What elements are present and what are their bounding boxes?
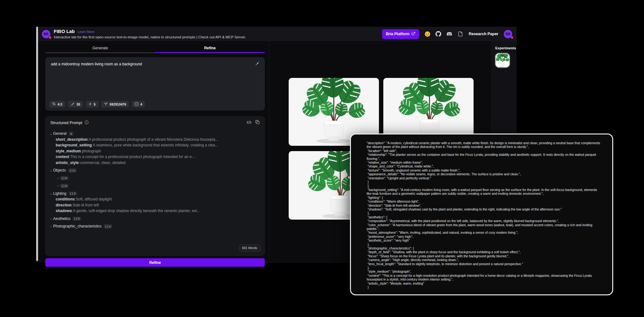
- tree-field-short_description[interactable]: short_description : A professional produ…: [56, 137, 260, 143]
- tree-section-general[interactable]: ⌄General5: [49, 131, 260, 137]
- tree-field-value: commercial, clean, detailed: [80, 161, 125, 165]
- window-scrollbar[interactable]: [36, 27, 38, 261]
- seed-icon: [104, 102, 108, 107]
- grid-icon: [135, 102, 138, 107]
- crop-icon: [52, 102, 56, 106]
- document-icon[interactable]: [458, 31, 463, 37]
- tree-field-artistic_style[interactable]: artistic_style : commercial, clean, deta…: [56, 160, 260, 166]
- tree-field-key: short_description: [56, 137, 87, 142]
- info-icon[interactable]: [85, 120, 89, 126]
- steps-icon: [71, 102, 75, 106]
- param-chip-label: 4:3: [58, 102, 62, 106]
- chevron-right-icon: ›: [56, 176, 60, 180]
- tree-section-label: General: [53, 131, 67, 136]
- tree-section-photographic_characteristics[interactable]: ›Photographic_characteristics{ } 4: [49, 223, 260, 229]
- refine-prompt-input[interactable]: add a midcentruy modern living room as a…: [51, 62, 251, 66]
- tree-field-value: A professional product photograph of a v…: [89, 137, 219, 142]
- tree-section-aesthetics[interactable]: ›Aesthetics{ } 5: [49, 216, 260, 222]
- tree-field-value: Soft, diffused daylight: [76, 197, 112, 201]
- research-paper-link[interactable]: Research Paper: [469, 32, 498, 36]
- experiments-title: Experiments: [495, 46, 517, 50]
- prompt-param-chips: 4:33056929104764: [49, 101, 145, 107]
- bria-logo-right[interactable]: BR: [504, 30, 512, 38]
- refine-button[interactable]: Refine: [45, 258, 265, 267]
- tree-field-value: A gentle, soft-edged drop shadow directl…: [73, 209, 200, 213]
- tree-field-value: This is a concept for a professional pro…: [70, 155, 196, 159]
- structured-prompt-card: Structured Prompt ⌄General5short_descrip…: [45, 116, 265, 256]
- tree-field-key: direction: [56, 203, 72, 207]
- tree-section-lighting[interactable]: ⌄Lighting{ } 3: [49, 191, 260, 197]
- tree-field-conditions[interactable]: conditions : Soft, diffused daylight: [56, 196, 260, 202]
- tree-field-shadows[interactable]: shadows : A gentle, soft-edged drop shad…: [56, 208, 260, 214]
- app-header: BR FIBO Lab Learn More Interactive lab f…: [38, 27, 517, 41]
- param-chip-label: 30: [76, 102, 80, 106]
- tree-count-badge: { } 5: [73, 217, 81, 221]
- word-count-badge: 691 Words: [239, 244, 260, 252]
- structured-prompt-title: Structured Prompt: [50, 121, 82, 125]
- copy-icon[interactable]: [255, 120, 260, 126]
- external-link-icon: [412, 32, 415, 36]
- tree-section-label: Lighting: [53, 191, 66, 196]
- param-chip-crop[interactable]: 4:3: [49, 101, 65, 107]
- param-chip-bolt[interactable]: 5: [86, 101, 98, 107]
- prompt-panel: GenerateRefine add a midcentruy modern l…: [45, 41, 265, 263]
- tree-field-context[interactable]: context : This is a concept for a profes…: [56, 154, 260, 160]
- tree-field-value: Side-lit from left: [73, 203, 99, 207]
- tab-generate[interactable]: Generate: [45, 44, 155, 53]
- bria-platform-button[interactable]: Bria Platform: [382, 29, 419, 39]
- tree-field-key: conditions: [56, 197, 75, 201]
- tree-count-badge: { } 8: [60, 184, 69, 188]
- param-chip-seed[interactable]: 692910476: [101, 101, 129, 107]
- tree-section-label: Objects: [53, 168, 66, 172]
- tree-field-key: artistic_style: [56, 161, 79, 165]
- tree-field-key: style_medium: [56, 149, 81, 153]
- tree-field-style_medium[interactable]: style_medium : photograph: [56, 148, 260, 154]
- tree-count-badge: { } 3: [69, 192, 77, 196]
- chevron-down-icon: ⌄: [49, 168, 53, 172]
- tree-count-badge: 5: [69, 132, 74, 136]
- structured-prompt-tree: ⌄General5short_description : A professio…: [46, 128, 264, 229]
- panel-divider: [269, 41, 269, 263]
- tree-section-object[interactable]: ›{ } 8: [56, 175, 260, 181]
- tree-field-value: photograph: [82, 149, 101, 153]
- tree-section-label: Photographic_characteristics: [53, 224, 102, 228]
- tree-field-key: context: [56, 155, 69, 159]
- tree-section-object[interactable]: ›{ } 8: [56, 183, 260, 189]
- chevron-right-icon: ›: [49, 224, 53, 228]
- refine-prompt-card: add a midcentruy modern living room as a…: [45, 57, 265, 111]
- huggingface-icon[interactable]: [425, 31, 430, 37]
- tree-count-badge: { } 2: [68, 168, 77, 172]
- tree-count-badge: { } 8: [60, 176, 69, 180]
- learn-more-link[interactable]: Learn More: [78, 30, 95, 34]
- param-chip-grid[interactable]: 4: [132, 101, 145, 107]
- json-overlay-text: "description": "A modern, cylindrical ce…: [367, 141, 600, 289]
- github-icon[interactable]: [436, 31, 441, 37]
- tree-section-objects[interactable]: ⌄Objects{ } 2: [49, 167, 260, 173]
- tree-field-key: background_setting: [56, 143, 92, 147]
- page-title: FIBO Lab: [54, 29, 75, 34]
- tab-refine[interactable]: Refine: [155, 44, 265, 53]
- tree-field-key: shadows: [56, 209, 72, 213]
- param-chip-steps[interactable]: 30: [68, 101, 83, 107]
- param-chip-label: 5: [94, 102, 96, 106]
- bolt-icon: [89, 102, 92, 107]
- app-subtitle: Interactive lab for the first open-sourc…: [54, 35, 246, 39]
- chevron-right-icon: ›: [56, 184, 60, 188]
- json-overlay-panel: "description": "A modern, cylindrical ce…: [350, 134, 613, 295]
- tree-field-background_setting[interactable]: background_setting : A seamless, pure wh…: [56, 142, 260, 148]
- param-chip-label: 692910476: [110, 102, 126, 106]
- bria-logo[interactable]: BR: [42, 30, 50, 38]
- enhance-wand-icon[interactable]: [255, 61, 260, 67]
- discord-icon[interactable]: [447, 31, 452, 37]
- tree-section-label: Aesthetics: [53, 216, 70, 221]
- code-view-icon[interactable]: [247, 120, 252, 126]
- tree-field-direction[interactable]: direction : Side-lit from left: [56, 202, 260, 208]
- tree-count-badge: { } 4: [104, 224, 112, 228]
- param-chip-label: 4: [140, 102, 142, 106]
- tree-field-value: A seamless, pure white background that e…: [93, 143, 218, 147]
- experiment-thumbnail[interactable]: [495, 53, 510, 68]
- mode-tabs: GenerateRefine: [45, 44, 265, 53]
- chevron-down-icon: ⌄: [49, 132, 53, 136]
- chevron-down-icon: ⌄: [49, 191, 53, 195]
- chevron-right-icon: ›: [49, 217, 53, 221]
